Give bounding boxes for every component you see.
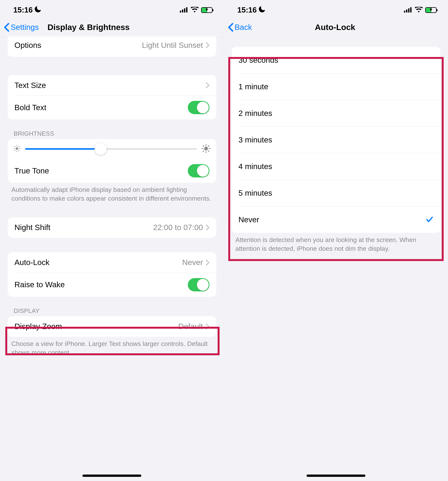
chevron-right-icon (206, 82, 209, 89)
svg-rect-3 (186, 7, 187, 13)
display-zoom-value: Default (178, 322, 203, 331)
auto-lock-option-row[interactable]: 1 minute (232, 73, 441, 100)
sun-max-icon (202, 144, 211, 154)
chevron-right-icon (206, 224, 209, 231)
svg-line-11 (15, 150, 15, 151)
option-label: 3 minutes (239, 135, 434, 144)
brightness-slider-row (7, 139, 216, 159)
auto-lock-option-row[interactable]: Never (232, 206, 441, 233)
svg-point-13 (204, 147, 208, 150)
display-header: DISPLAY (14, 307, 210, 314)
battery-icon (201, 7, 213, 13)
options-label: Options (15, 41, 142, 50)
chevron-left-icon (228, 23, 234, 32)
svg-rect-2 (184, 8, 185, 13)
charging-bolt-icon (205, 8, 208, 13)
auto-lock-options-group: 30 seconds1 minute2 minutes3 minutes4 mi… (232, 47, 441, 233)
raise-to-wake-label: Raise to Wake (15, 280, 188, 289)
display-zoom-label: Display Zoom (15, 322, 178, 331)
cellular-signal-icon (180, 6, 188, 14)
svg-rect-1 (182, 9, 183, 13)
svg-line-20 (203, 151, 204, 151)
svg-line-9 (15, 146, 15, 147)
night-shift-value: 22:00 to 07:00 (153, 223, 203, 232)
lock-group: Auto-Lock Never Raise to Wake (7, 252, 216, 297)
status-bar: 15:16 (0, 0, 224, 18)
page-title: Auto-Lock (228, 23, 442, 32)
display-zoom-group: Display Zoom Default (7, 316, 216, 337)
auto-lock-row[interactable]: Auto-Lock Never (7, 252, 216, 273)
back-label: Back (235, 23, 252, 32)
back-button[interactable]: Back (228, 23, 252, 32)
svg-line-18 (203, 145, 204, 146)
text-group: Text Size Bold Text (7, 75, 216, 120)
option-label: 4 minutes (239, 162, 434, 171)
status-bar: 15:16 (224, 0, 448, 18)
home-indicator[interactable] (82, 474, 141, 477)
status-right (180, 6, 213, 14)
phone-auto-lock: 15:16 (224, 0, 448, 481)
sun-min-icon (13, 145, 21, 153)
true-tone-toggle[interactable] (188, 164, 209, 177)
bold-text-toggle[interactable] (188, 101, 209, 114)
svg-line-21 (208, 145, 209, 146)
home-indicator[interactable] (306, 474, 365, 477)
option-label: 2 minutes (239, 109, 434, 118)
status-left: 15:16 (237, 6, 266, 14)
option-label: 1 minute (239, 82, 434, 91)
wifi-icon (191, 6, 198, 14)
option-label: 30 seconds (239, 56, 434, 65)
display-zoom-footer: Choose a view for iPhone. Larger Text sh… (11, 339, 213, 357)
brightness-fill (25, 148, 101, 150)
status-left: 15:16 (13, 6, 41, 14)
checkmark-icon (426, 216, 433, 224)
chevron-right-icon (206, 323, 209, 330)
night-shift-group: Night Shift 22:00 to 07:00 (7, 217, 216, 238)
cellular-signal-icon (404, 6, 412, 14)
night-shift-row[interactable]: Night Shift 22:00 to 07:00 (7, 217, 216, 238)
back-button[interactable]: Settings (4, 23, 39, 32)
brightness-thumb[interactable] (95, 143, 107, 155)
auto-lock-option-row[interactable]: 5 minutes (232, 180, 441, 206)
text-size-label: Text Size (15, 81, 206, 90)
battery-icon (425, 7, 437, 13)
auto-lock-label: Auto-Lock (15, 258, 182, 267)
back-label: Settings (11, 23, 39, 32)
svg-rect-23 (406, 9, 407, 13)
svg-point-4 (16, 147, 18, 150)
auto-lock-value: Never (182, 258, 203, 267)
wifi-icon (415, 6, 423, 14)
text-size-row[interactable]: Text Size (7, 75, 216, 96)
true-tone-row: True Tone (7, 159, 216, 183)
raise-to-wake-row: Raise to Wake (7, 273, 216, 297)
options-value: Light Until Sunset (142, 41, 203, 50)
svg-rect-22 (404, 11, 405, 13)
brightness-header: BRIGHTNESS (14, 130, 210, 137)
options-row[interactable]: Options Light Until Sunset (7, 36, 216, 57)
bold-text-label: Bold Text (15, 103, 188, 112)
chevron-right-icon (206, 259, 209, 266)
auto-lock-option-row[interactable]: 2 minutes (232, 100, 441, 127)
night-shift-label: Night Shift (15, 223, 153, 232)
phone-display-brightness: 15:16 (0, 0, 224, 481)
status-time: 15:16 (13, 6, 33, 14)
auto-lock-footer: Attention is detected when you are looki… (235, 236, 437, 253)
true-tone-label: True Tone (15, 166, 188, 175)
charging-bolt-icon (430, 8, 432, 13)
svg-line-10 (19, 150, 19, 151)
display-zoom-row[interactable]: Display Zoom Default (7, 316, 216, 337)
svg-line-19 (208, 151, 209, 151)
auto-lock-option-row[interactable]: 3 minutes (232, 127, 441, 153)
raise-to-wake-toggle[interactable] (188, 278, 209, 291)
brightness-group: True Tone (7, 139, 216, 183)
chevron-right-icon (206, 42, 209, 48)
brightness-slider[interactable] (25, 148, 197, 150)
svg-line-12 (19, 146, 19, 147)
auto-lock-option-row[interactable]: 4 minutes (232, 153, 441, 180)
svg-rect-25 (410, 7, 411, 13)
nav-bar: Back Auto-Lock (224, 18, 448, 37)
auto-lock-option-row[interactable]: 30 seconds (232, 47, 441, 73)
appearance-group: Options Light Until Sunset (7, 36, 216, 57)
svg-rect-24 (408, 8, 410, 13)
status-time: 15:16 (237, 6, 257, 14)
